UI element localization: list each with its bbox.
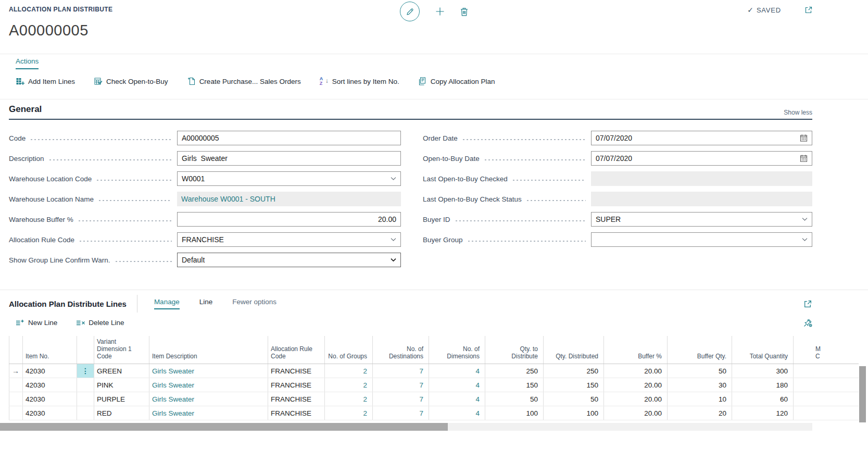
allocation-rule-code-field[interactable]: FRANCHISE <box>177 232 401 247</box>
col-header-total_quantity[interactable]: Total Quantity <box>732 336 794 364</box>
col-header-dimensions[interactable]: No. ofDimensions <box>429 336 485 364</box>
col-header-groups[interactable]: No. of Groups <box>325 336 373 364</box>
popout-icon[interactable] <box>804 6 813 14</box>
cell-buffer_pct[interactable]: 20.00 <box>604 392 668 406</box>
edit-icon[interactable] <box>400 2 420 21</box>
row-menu-cell[interactable]: ⋮ <box>77 364 94 378</box>
cell-qty_to_distribute[interactable]: 100 <box>485 406 544 420</box>
cell-groups[interactable]: 2 <box>325 378 373 392</box>
cell-item_no[interactable]: 42030 <box>23 364 77 378</box>
cell-qty_to_distribute[interactable]: 50 <box>485 392 544 406</box>
cell-qty_to_distribute[interactable]: 250 <box>485 364 544 378</box>
focus-mode-icon[interactable] <box>803 299 812 308</box>
description-field[interactable]: Girls Sweater <box>177 151 401 166</box>
horizontal-scrollbar-thumb[interactable] <box>0 423 448 431</box>
warehouse-location-name-field[interactable]: Warehouse W0001 - SOUTH <box>177 192 401 206</box>
cell-dimensions[interactable]: 4 <box>429 364 485 378</box>
cell-qty_to_distribute[interactable]: 150 <box>485 378 544 392</box>
col-header-description[interactable]: Item Description <box>149 336 268 364</box>
cell-dimensions[interactable]: 4 <box>429 378 485 392</box>
col-header-menu[interactable] <box>77 336 94 364</box>
order-date-field[interactable]: 07/07/2020 <box>591 131 812 145</box>
cell-qty_distributed[interactable]: 100 <box>544 406 604 420</box>
cell-variant[interactable]: PURPLE <box>94 392 149 406</box>
unpin-icon[interactable] <box>803 318 812 327</box>
add-item-lines-button[interactable]: Add Item Lines <box>16 78 75 85</box>
calendar-icon[interactable] <box>800 134 808 142</box>
col-header-qty_to_distribute[interactable]: Qty. toDistribute <box>485 336 544 364</box>
cell-buffer_pct[interactable]: 20.00 <box>604 378 668 392</box>
sort-lines-by-item-no-button[interactable]: AZ↓Sort lines by Item No. <box>320 77 399 85</box>
row-menu-cell[interactable] <box>77 378 94 392</box>
cell-total_quantity[interactable]: 120 <box>732 406 794 420</box>
cell-destinations[interactable]: 7 <box>373 364 429 378</box>
cell-total_quantity[interactable]: 60 <box>732 392 794 406</box>
cell-rule[interactable]: FRANCHISE <box>268 364 325 378</box>
cell-overflow[interactable] <box>794 364 859 378</box>
cell-rule[interactable]: FRANCHISE <box>268 406 325 420</box>
check-open-to-buy-button[interactable]: Check Open-to-Buy <box>94 78 168 85</box>
cell-total_quantity[interactable]: 300 <box>732 364 794 378</box>
delete-icon[interactable] <box>460 7 468 16</box>
horizontal-scrollbar[interactable] <box>0 423 812 431</box>
section-title-general[interactable]: General <box>9 104 42 115</box>
tab-manage[interactable]: Manage <box>154 298 180 309</box>
open-to-buy-date-field[interactable]: 07/07/2020 <box>591 151 812 166</box>
cell-dimensions[interactable]: 4 <box>429 406 485 420</box>
cell-item_no[interactable]: 42030 <box>23 392 77 406</box>
warehouse-buffer-field[interactable]: 20.00 <box>177 212 401 227</box>
tab-fewer-options[interactable]: Fewer options <box>232 298 276 309</box>
cell-variant[interactable]: GREEN <box>94 364 149 378</box>
create-purchase-sales-orders-button[interactable]: Create Purchase... Sales Orders <box>187 77 301 85</box>
cell-rule[interactable]: FRANCHISE <box>268 392 325 406</box>
add-icon[interactable] <box>434 6 446 17</box>
col-header-destinations[interactable]: No. ofDestinations <box>373 336 429 364</box>
cell-qty_distributed[interactable]: 250 <box>544 364 604 378</box>
row-menu-icon[interactable]: ⋮ <box>82 367 89 375</box>
chevron-down-icon[interactable] <box>391 177 396 181</box>
col-header-rule[interactable]: Allocation RuleCode <box>268 336 325 364</box>
col-header-buffer_pct[interactable]: Buffer % <box>604 336 668 364</box>
row-menu-cell[interactable] <box>77 406 94 420</box>
col-header-buffer_qty[interactable]: Buffer Qty. <box>668 336 732 364</box>
col-header-item_no[interactable]: Item No. <box>23 336 77 364</box>
cell-qty_distributed[interactable]: 50 <box>544 392 604 406</box>
cell-variant[interactable]: RED <box>94 406 149 420</box>
cell-rule[interactable]: FRANCHISE <box>268 378 325 392</box>
cell-variant[interactable]: PINK <box>94 378 149 392</box>
col-header-variant[interactable]: VariantDimension 1Code <box>94 336 149 364</box>
cell-groups[interactable]: 2 <box>325 392 373 406</box>
copy-allocation-plan-button[interactable]: Copy Allocation Plan <box>418 77 495 85</box>
chevron-down-icon[interactable] <box>802 218 808 221</box>
cell-buffer_pct[interactable]: 20.00 <box>604 406 668 420</box>
cell-destinations[interactable]: 7 <box>373 406 429 420</box>
tab-actions[interactable]: Actions <box>16 57 39 69</box>
calendar-icon[interactable] <box>800 155 808 163</box>
col-header-overflow[interactable]: MC <box>794 336 859 364</box>
cell-qty_distributed[interactable]: 150 <box>544 378 604 392</box>
buyer-group-field[interactable] <box>591 232 812 247</box>
cell-item_no[interactable]: 42030 <box>23 406 77 420</box>
cell-overflow[interactable] <box>794 406 859 420</box>
warehouse-location-code-field[interactable]: W0001 <box>177 171 401 186</box>
cell-item_no[interactable]: 42030 <box>23 378 77 392</box>
cell-overflow[interactable] <box>794 392 859 406</box>
vertical-scrollbar[interactable] <box>859 366 866 422</box>
cell-buffer_qty[interactable]: 20 <box>668 406 732 420</box>
delete-line-button[interactable]: Delete Line <box>76 319 124 327</box>
row-menu-cell[interactable] <box>77 392 94 406</box>
cell-description[interactable]: Girls Sweater <box>149 364 268 378</box>
cell-description[interactable]: Girls Sweater <box>149 392 268 406</box>
cell-destinations[interactable]: 7 <box>373 392 429 406</box>
cell-groups[interactable]: 2 <box>325 406 373 420</box>
chevron-down-icon[interactable] <box>391 258 396 262</box>
new-line-button[interactable]: New Line <box>16 319 57 327</box>
cell-buffer_qty[interactable]: 50 <box>668 364 732 378</box>
buyer-id-field[interactable]: SUPER <box>591 212 812 227</box>
cell-description[interactable]: Girls Sweater <box>149 378 268 392</box>
cell-destinations[interactable]: 7 <box>373 378 429 392</box>
cell-buffer_qty[interactable]: 10 <box>668 392 732 406</box>
show-group-line-confirm-warn-field[interactable]: Default <box>177 253 401 267</box>
cell-buffer_pct[interactable]: 20.00 <box>604 364 668 378</box>
col-header-qty_distributed[interactable]: Qty. Distributed <box>544 336 604 364</box>
